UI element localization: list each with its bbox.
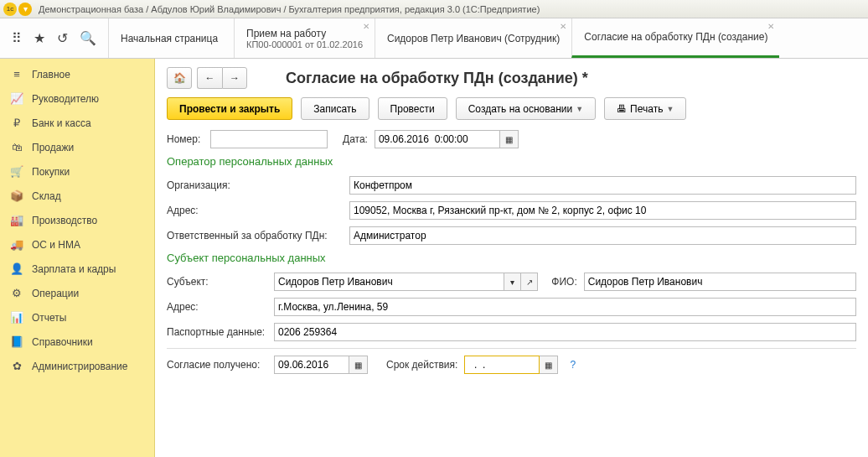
- back-button[interactable]: ←: [197, 67, 222, 89]
- sidebar-item-purchases[interactable]: 🛒Покупки: [0, 159, 154, 184]
- close-icon[interactable]: ✕: [560, 22, 566, 31]
- responsible-input[interactable]: [349, 226, 856, 245]
- sidebar-item-assets[interactable]: 🚚ОС и НМА: [0, 232, 154, 257]
- section-subject-title: Субъект персональных данных: [167, 252, 856, 264]
- number-label: Номер:: [167, 133, 204, 145]
- tab-consent[interactable]: Согласие на обработку ПДн (создание) ✕: [571, 18, 779, 58]
- sidebar-item-operations[interactable]: ⚙Операции: [0, 281, 154, 305]
- subject-label: Субъект:: [167, 276, 267, 288]
- sidebar-item-production[interactable]: 🏭Производство: [0, 208, 154, 232]
- sidebar-item-catalogs[interactable]: 📘Справочники: [0, 330, 154, 354]
- gear-icon: ⚙: [10, 287, 23, 299]
- fio-label: ФИО:: [551, 276, 576, 288]
- section-operator-title: Оператор персональных данных: [167, 155, 856, 168]
- chart-icon: 📈: [10, 92, 23, 105]
- post-button[interactable]: Провести: [378, 97, 447, 120]
- home-button[interactable]: 🏠: [167, 67, 192, 89]
- star-icon[interactable]: ★: [34, 30, 45, 46]
- forward-button[interactable]: →: [222, 67, 247, 89]
- truck-icon: 🚚: [10, 238, 23, 251]
- sidebar-item-warehouse[interactable]: 📦Склад: [0, 184, 154, 208]
- fio-input[interactable]: [584, 273, 856, 291]
- sidebar-item-sales[interactable]: 🛍Продажи: [0, 135, 154, 159]
- tab-start-page[interactable]: Начальная страница: [108, 18, 234, 58]
- consent-date-input[interactable]: [274, 356, 349, 374]
- sidebar-item-admin[interactable]: ✿Администрирование: [0, 354, 154, 378]
- window-min-icon[interactable]: ▾: [18, 3, 32, 16]
- sidebar: ≡Главное 📈Руководителю ₽Банк и касса 🛍Пр…: [0, 59, 155, 457]
- apps-icon[interactable]: ⠿: [12, 30, 22, 46]
- sidebar-item-main[interactable]: ≡Главное: [0, 62, 154, 86]
- tab-employee[interactable]: Сидоров Петр Иванович (Сотрудник) ✕: [375, 18, 571, 58]
- bag-icon: 🛍: [10, 141, 23, 153]
- save-button[interactable]: Записать: [301, 97, 369, 120]
- person-icon: 👤: [10, 262, 23, 275]
- cart-icon: 🛒: [10, 165, 23, 178]
- window-title: Демонстрационная база / Абдулов Юрий Вла…: [39, 4, 540, 14]
- sidebar-item-reports[interactable]: 📊Отчеты: [0, 305, 154, 330]
- app-logo-icon: 1c: [3, 3, 17, 16]
- box-icon: 📦: [10, 190, 23, 202]
- history-icon[interactable]: ↺: [57, 30, 68, 46]
- subject-input[interactable]: [274, 273, 504, 291]
- date-input[interactable]: [375, 130, 500, 148]
- subject-address-label: Адрес:: [167, 301, 267, 313]
- settings-icon: ✿: [10, 360, 23, 372]
- book-icon: 📘: [10, 335, 23, 348]
- operator-address-input[interactable]: [349, 201, 856, 220]
- page-title: Согласие на обработку ПДн (создание) *: [286, 70, 588, 87]
- content-area: 🏠 ← → Согласие на обработку ПДн (создани…: [155, 59, 868, 457]
- tabbar-tools: ⠿ ★ ↺ 🔍: [0, 18, 108, 58]
- sidebar-item-manager[interactable]: 📈Руководителю: [0, 86, 154, 111]
- number-input[interactable]: [210, 130, 328, 148]
- search-icon[interactable]: 🔍: [80, 30, 96, 46]
- validity-label: Срок действия:: [386, 359, 457, 371]
- dropdown-icon[interactable]: ▾: [504, 273, 521, 291]
- tab-hire[interactable]: Прием на работу КП00-000001 от 01.02.201…: [234, 18, 375, 58]
- factory-icon: 🏭: [10, 214, 23, 226]
- date-label: Дата:: [343, 133, 368, 145]
- chevron-down-icon: ▼: [666, 105, 674, 113]
- create-based-button[interactable]: Создать на основании▼: [456, 97, 596, 120]
- help-icon[interactable]: ?: [570, 359, 576, 371]
- passport-label: Паспортные данные:: [167, 326, 267, 338]
- printer-icon: 🖶: [617, 103, 627, 115]
- calendar-icon[interactable]: ▦: [349, 356, 368, 374]
- org-label: Организация:: [167, 179, 343, 191]
- operator-address-label: Адрес:: [167, 205, 343, 216]
- chevron-down-icon: ▼: [576, 105, 583, 113]
- validity-date-input[interactable]: [464, 356, 540, 374]
- tab-bar: ⠿ ★ ↺ 🔍 Начальная страница Прием на рабо…: [0, 18, 868, 59]
- sidebar-item-hr[interactable]: 👤Зарплата и кадры: [0, 257, 154, 281]
- report-icon: 📊: [10, 311, 23, 324]
- consent-received-label: Согласие получено:: [167, 359, 267, 371]
- sidebar-item-bank[interactable]: ₽Банк и касса: [0, 111, 154, 135]
- subject-address-input[interactable]: [274, 298, 856, 316]
- close-icon[interactable]: ✕: [363, 22, 369, 31]
- passport-input[interactable]: [274, 323, 856, 341]
- post-and-close-button[interactable]: Провести и закрыть: [167, 97, 292, 120]
- org-input[interactable]: [349, 176, 856, 195]
- calendar-icon[interactable]: ▦: [500, 130, 519, 148]
- print-button[interactable]: 🖶Печать▼: [604, 97, 686, 120]
- ruble-icon: ₽: [10, 117, 23, 129]
- menu-icon: ≡: [10, 68, 23, 80]
- window-titlebar: 1c ▾ Демонстрационная база / Абдулов Юри…: [0, 0, 868, 18]
- open-icon[interactable]: ↗: [521, 273, 538, 291]
- close-icon[interactable]: ✕: [767, 22, 774, 31]
- responsible-label: Ответственный за обработку ПДн:: [167, 230, 343, 241]
- separator: [167, 348, 856, 349]
- calendar-icon[interactable]: ▦: [540, 356, 558, 374]
